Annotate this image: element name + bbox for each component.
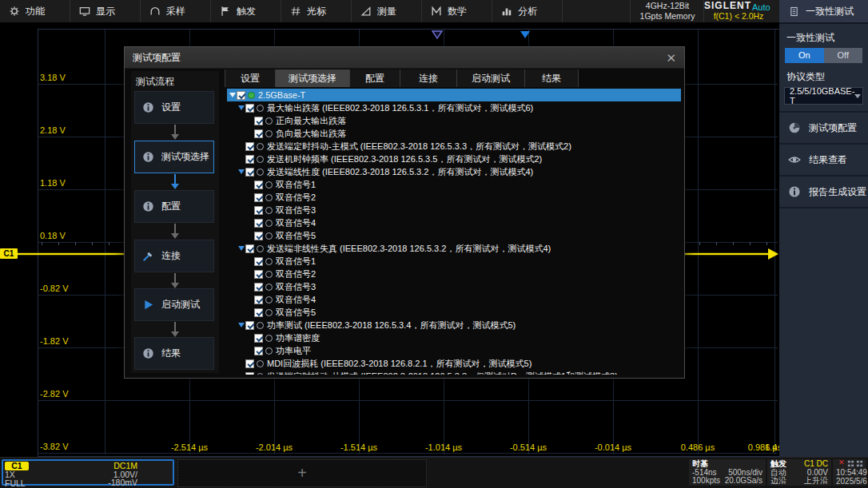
menu-item-7[interactable]: 数学 bbox=[422, 0, 492, 22]
tree-row[interactable]: 2.5GBase-T bbox=[227, 89, 681, 101]
tree-row[interactable]: 发送机时钟频率 (IEEE802.3-2018 126.5.3.5，所有测试对，… bbox=[227, 153, 681, 165]
trigger-position-marker[interactable] bbox=[432, 30, 443, 40]
tree-item-label: 双音信号1 bbox=[276, 179, 316, 191]
tab-3[interactable]: 配置 bbox=[350, 69, 400, 87]
memory-label: 1Gpts Memory bbox=[631, 11, 704, 22]
tab-5[interactable]: 启动测试 bbox=[457, 69, 525, 87]
status-circle-icon bbox=[265, 271, 273, 278]
tab-6[interactable]: 结果 bbox=[525, 69, 579, 87]
measure-icon bbox=[360, 6, 372, 17]
tree-row[interactable]: 功率测试 (IEEE802.3-2018 126.5.3.4，所有测试对，测试模… bbox=[227, 319, 681, 331]
expand-arrow-icon[interactable] bbox=[237, 246, 245, 251]
sidebar-item-2[interactable]: 结果查看 bbox=[779, 145, 868, 177]
expand-arrow-icon[interactable] bbox=[237, 169, 245, 174]
checkbox[interactable] bbox=[245, 168, 254, 177]
flow-step-3[interactable]: 配置 bbox=[134, 190, 214, 223]
flow-step-6[interactable]: 结果 bbox=[134, 337, 214, 370]
checkbox[interactable] bbox=[245, 359, 254, 368]
tree-row[interactable]: 双音信号4 bbox=[227, 293, 681, 306]
checkbox[interactable] bbox=[254, 270, 263, 279]
checkbox[interactable] bbox=[254, 296, 263, 304]
sample-icon bbox=[149, 6, 161, 17]
tree-row[interactable]: 发送端非线性失真 (IEEE802.3-2018 126.5.3.2，所有测试对… bbox=[227, 242, 681, 255]
tree-row[interactable]: 功率谱密度 bbox=[227, 331, 681, 344]
tree-row[interactable]: 双音信号3 bbox=[227, 204, 681, 216]
toggle-on-button[interactable]: On bbox=[785, 48, 824, 63]
c1-channel-marker[interactable]: C1 bbox=[0, 248, 18, 259]
protocol-select[interactable]: 2.5/5/10GBASE-T bbox=[784, 87, 863, 105]
timebase-descriptor[interactable]: 时基 -514ns500ns/div 100kpts20.0GSa/s bbox=[689, 459, 766, 486]
menu-item-5[interactable]: 光标 bbox=[281, 0, 352, 22]
tree-row[interactable]: 功率电平 bbox=[227, 344, 681, 357]
menu-item-3[interactable]: 采样 bbox=[141, 0, 211, 22]
checkbox[interactable] bbox=[254, 334, 263, 343]
expand-arrow-icon[interactable] bbox=[237, 105, 245, 110]
close-icon[interactable]: ✕ bbox=[666, 52, 676, 64]
checkbox[interactable] bbox=[245, 372, 254, 375]
checkbox[interactable] bbox=[254, 181, 263, 189]
flow-step-5[interactable]: 启动测试 bbox=[134, 288, 214, 321]
menu-item-1[interactable]: 功能 bbox=[0, 0, 70, 22]
tab-2[interactable]: 测试项选择 bbox=[276, 69, 350, 87]
tree-row[interactable]: 双音信号4 bbox=[227, 216, 681, 229]
tree-row[interactable]: MDI回波损耗 (IEEE802.3-2018 126.8.2.1，所有测试对，… bbox=[227, 357, 681, 370]
checkbox[interactable] bbox=[245, 321, 254, 330]
acquisition-mode-badge[interactable]: Auto bbox=[752, 2, 770, 12]
sidebar-item-3[interactable]: 报告生成设置 bbox=[779, 177, 868, 208]
checkbox[interactable] bbox=[245, 142, 254, 151]
checkbox[interactable] bbox=[245, 155, 254, 164]
checkbox[interactable] bbox=[254, 193, 263, 202]
checkbox[interactable] bbox=[245, 104, 254, 113]
trigger-descriptor[interactable]: 触发C1 DC 自动0.00V 边沿上升沿 bbox=[767, 459, 831, 486]
checkbox[interactable] bbox=[254, 219, 263, 228]
checkbox[interactable] bbox=[245, 244, 254, 253]
checkbox[interactable] bbox=[237, 91, 245, 100]
tree-row[interactable]: 双音信号1 bbox=[227, 178, 681, 191]
flow-step-4[interactable]: 连接 bbox=[134, 240, 214, 272]
trigger-delay-marker[interactable] bbox=[520, 30, 531, 40]
tab-4[interactable]: 连接 bbox=[400, 69, 457, 87]
tree-row[interactable]: 双音信号2 bbox=[227, 191, 681, 204]
toggle-off-button[interactable]: Off bbox=[824, 48, 863, 63]
flow-step-1[interactable]: 设置 bbox=[134, 91, 214, 124]
checkbox[interactable] bbox=[254, 308, 263, 317]
trigger-level-marker[interactable] bbox=[768, 248, 778, 260]
probe-icon bbox=[142, 250, 154, 262]
tree-row[interactable]: 发送端定时抖动-主模式 (IEEE802.3-2018 126.5.3.3，所有… bbox=[227, 140, 681, 153]
tree-row[interactable]: 发送端线性度 (IEEE802.3-2018 126.5.3.2，所有测试对，测… bbox=[227, 165, 681, 178]
flow-step-2[interactable]: 测试项选择 bbox=[134, 141, 214, 173]
expand-arrow-icon[interactable] bbox=[237, 323, 245, 327]
channel-c1-descriptor[interactable]: C1 1X FULL DC1M 1.00V/ -180mV bbox=[2, 459, 174, 486]
add-channel-button[interactable]: + bbox=[177, 459, 427, 487]
menu-item-4[interactable]: 触发 bbox=[211, 0, 281, 22]
flow-arrow-gray bbox=[171, 125, 179, 140]
tree-row[interactable]: 双音信号5 bbox=[227, 306, 681, 319]
dialog-titlebar[interactable]: 测试项配置 ✕ bbox=[125, 47, 684, 69]
tree-row[interactable]: 正向最大输出跌落 bbox=[227, 114, 681, 127]
tree-row[interactable]: 最大输出跌落 (IEEE802.3-2018 126.5.3.1，所有测试对，测… bbox=[227, 101, 681, 114]
checkbox[interactable] bbox=[254, 117, 263, 125]
checkbox[interactable] bbox=[254, 129, 263, 138]
document-icon bbox=[789, 6, 799, 17]
menu-item-6[interactable]: 测量 bbox=[352, 0, 422, 22]
menu-item-8[interactable]: 分析 bbox=[492, 0, 563, 22]
tab-1[interactable]: 设置 bbox=[225, 69, 276, 87]
checkbox[interactable] bbox=[254, 283, 263, 292]
checkbox[interactable] bbox=[254, 257, 263, 266]
sidebar-item-1[interactable]: 测试项配置 bbox=[779, 113, 868, 145]
tree-row[interactable]: 发送端定时抖动-从模式 (IEEE802.3-2018 126.5.3.3，仅测… bbox=[227, 370, 681, 375]
trigger-title: 触发 bbox=[770, 460, 786, 469]
tree-row[interactable]: 双音信号2 bbox=[227, 268, 681, 280]
tree-row[interactable]: 双音信号3 bbox=[227, 280, 681, 293]
tree-row[interactable]: 双音信号5 bbox=[227, 229, 681, 242]
menu-item-label: 分析 bbox=[518, 5, 537, 18]
menu-item-2[interactable]: 显示 bbox=[70, 0, 141, 22]
tree-row[interactable]: 负向最大输出跌落 bbox=[227, 127, 681, 140]
checkbox[interactable] bbox=[254, 232, 263, 240]
checkbox[interactable] bbox=[254, 347, 263, 355]
grid-line-horizontal bbox=[38, 400, 778, 401]
tree-row[interactable]: 双音信号1 bbox=[227, 255, 681, 268]
panel-title: 一致性测试 bbox=[806, 5, 854, 18]
expand-arrow-icon[interactable] bbox=[228, 93, 237, 97]
checkbox[interactable] bbox=[254, 206, 263, 215]
